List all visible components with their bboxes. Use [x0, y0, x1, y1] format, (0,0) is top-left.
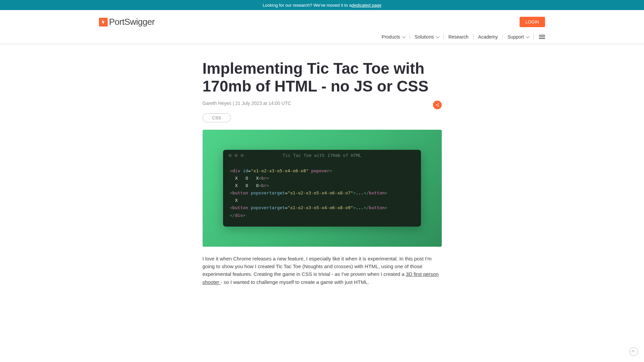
main-nav: Products Solutions Research Academy Supp… [99, 30, 545, 44]
nav-support-label: Support [507, 34, 524, 40]
code-line: X O X<br> [230, 175, 414, 182]
code-line: X O O<br> [230, 182, 414, 189]
tag-row: CSS [203, 113, 442, 122]
code-line: </div> [230, 212, 414, 219]
nav-research[interactable]: Research [444, 34, 474, 40]
nav-solutions[interactable]: Solutions [410, 34, 444, 40]
hero-image: Tic Tac Toe with 170mb of HTML <div id="… [203, 130, 442, 247]
header-top-row: PortSwigger LOGIN [99, 10, 545, 30]
code-window-title: Tic Tac Toe with 170mb of HTML [223, 153, 421, 158]
tag-css[interactable]: CSS [203, 113, 231, 122]
article-author: Gareth Heyes [203, 101, 231, 106]
login-button[interactable]: LOGIN [520, 17, 545, 27]
brand-logo[interactable]: PortSwigger [99, 17, 155, 27]
hamburger-menu-icon[interactable] [539, 35, 545, 39]
nav-academy[interactable]: Academy [474, 34, 503, 40]
arrow-up-icon [631, 350, 635, 354]
article-title: Implementing Tic Tac Toe with 170mb of H… [203, 60, 442, 95]
article-meta-row: Gareth Heyes | 21 July 2023 at 14:00 UTC [203, 101, 442, 109]
article-body: I love it when Chrome releases a new fea… [203, 255, 442, 286]
code-window: Tic Tac Toe with 170mb of HTML <div id="… [223, 150, 421, 227]
code-body: <div id="x1-o2-x3-o5-x4-o6-x8" popover> … [223, 161, 421, 227]
article-meta-wrap: Gareth Heyes | 21 July 2023 at 14:00 UTC [203, 101, 291, 106]
article-byline: Gareth Heyes | 21 July 2023 at 14:00 UTC [203, 101, 291, 106]
body-part2: - so I wanted to challenge myself to cre… [221, 279, 369, 285]
chevron-down-icon [526, 35, 530, 38]
body-part1: I love it when Chrome releases a new fea… [203, 256, 432, 277]
logo-icon [99, 18, 108, 26]
brand-name: PortSwigger [109, 17, 155, 27]
nav-support[interactable]: Support [503, 34, 534, 40]
announcement-link[interactable]: dedicated page [352, 3, 381, 8]
code-line: X [230, 197, 414, 204]
nav-academy-label: Academy [478, 34, 498, 40]
meta-separator: | [231, 101, 235, 106]
code-line: <div id="x1-o2-x3-o5-x4-o6-x8" popover> [230, 167, 414, 175]
chevron-down-icon [436, 35, 439, 38]
share-button[interactable] [433, 101, 442, 109]
announcement-bar: Looking for our research? We've moved it… [0, 0, 644, 10]
chevron-down-icon [402, 35, 406, 38]
window-title-bar: Tic Tac Toe with 170mb of HTML [223, 150, 421, 161]
article-content: Implementing Tic Tac Toe with 170mb of H… [203, 60, 442, 286]
site-header: PortSwigger LOGIN Products Solutions Res… [0, 10, 644, 44]
nav-solutions-label: Solutions [415, 34, 434, 40]
announcement-text: Looking for our research? We've moved it… [263, 3, 352, 8]
article-date: 21 July 2023 at 14:00 UTC [235, 101, 291, 106]
code-line: <button popovertarget="x1-o2-x3-o5-x4-o6… [230, 189, 414, 197]
scroll-to-top-button[interactable] [629, 347, 638, 356]
nav-research-label: Research [448, 34, 469, 40]
share-icon [435, 103, 439, 107]
code-line: <button popovertarget="x1-o2-x3-o5-x4-o6… [230, 204, 414, 212]
nav-products-label: Products [382, 34, 400, 40]
nav-products[interactable]: Products [377, 34, 410, 40]
